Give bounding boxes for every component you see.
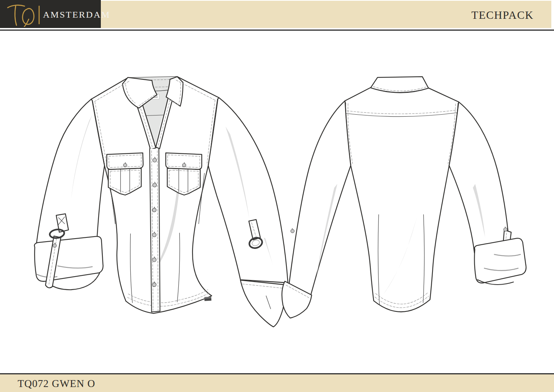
chest-pocket-right [166,153,202,195]
tq-monogram-icon [5,2,42,27]
header: TECHPACK AMSTERDAM [0,0,554,28]
front-flat-drawing [35,77,288,327]
flat-sketches [0,31,554,373]
brand-name: AMSTERDAM [43,0,110,28]
back-flat-drawing [282,77,526,318]
footer-band: TQ072 GWEN O [0,374,554,392]
hem-brand-label [204,297,211,301]
brand-logo-box: AMSTERDAM [0,0,101,28]
techpack-page: TECHPACK AMSTERDAM [0,0,554,392]
header-band: TECHPACK [101,1,551,28]
page-title: TECHPACK [472,1,534,28]
chest-pocket-left [107,153,143,195]
style-code: TQ072 GWEN O [18,374,95,392]
